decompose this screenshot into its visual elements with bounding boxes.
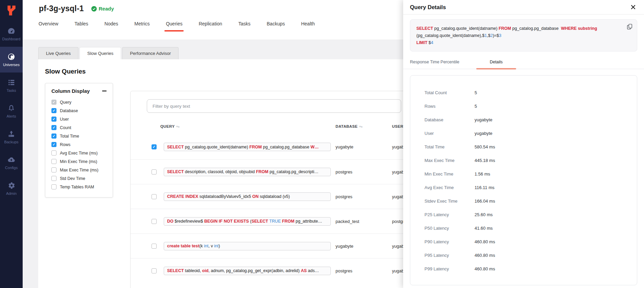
table-row[interactable]: create table test(k int, v int) yugabyte… [131, 233, 414, 258]
check-circle-icon [91, 6, 97, 12]
tab-response-time-percentile[interactable]: Response Time Percentile [410, 56, 476, 69]
tab-queries[interactable]: Queries [166, 21, 182, 32]
drawer-title: Query Details [410, 4, 446, 11]
universes-globe-icon [7, 53, 16, 61]
detail-field-avg-exec-time: Avg Exec Time 116.11 ms [424, 181, 637, 194]
column-option-temp-tables-ram[interactable]: Temp Tables RAM [51, 183, 107, 191]
tab-tasks[interactable]: Tasks [238, 21, 251, 32]
sidebar-item-alerts[interactable]: Alerts [0, 98, 23, 124]
column-option-avg-exec-time[interactable]: Avg Exec Time (ms) [51, 149, 107, 157]
slow-queries-table-card: QUERY▾▴ DATABASE▾▴ USER SELECT pg_catalo… [130, 91, 414, 288]
detail-field-total-count: Total Count 5 [424, 86, 637, 99]
column-option-min-exec-time[interactable]: Min Exec Time (ms) [51, 157, 107, 166]
query-cell[interactable]: SELECT pg_catalog.quote_ident(datname) F… [164, 143, 331, 151]
sidebar-item-label: Admin [6, 191, 17, 196]
details-card: Total Count 5 Rows 5 Database yugabyte U… [410, 75, 637, 285]
column-option-max-exec-time[interactable]: Max Exec Time (ms) [51, 166, 107, 174]
column-option-query[interactable]: Query [51, 98, 107, 106]
sidebar-item-tasks[interactable]: Tasks [0, 73, 23, 98]
dashboard-gauge-icon [7, 27, 16, 35]
yugabyte-logo[interactable] [0, 0, 23, 21]
sidebar-item-label: Configs [5, 166, 18, 170]
column-option-rows[interactable]: Rows [51, 140, 107, 149]
checkbox [51, 184, 56, 189]
database-cell: postgres [336, 194, 392, 199]
row-checkbox[interactable] [152, 219, 157, 224]
column-option-std-dev-time[interactable]: Std Dev Time [51, 174, 107, 183]
close-icon[interactable] [630, 4, 637, 11]
row-checkbox[interactable] [152, 144, 157, 149]
detail-field-p95-latency: P95 Latency 460.80 ms [424, 248, 637, 262]
table-row[interactable]: SELECT tableoid, oid, adnum, pg_catalog.… [131, 258, 414, 283]
detail-field-p99-latency: P99 Latency 460.80 ms [424, 262, 637, 275]
sidebar-item-configs[interactable]: Configs [0, 150, 23, 176]
yugabyte-logo-icon [5, 4, 18, 17]
database-cell: postgres [336, 268, 392, 273]
query-filter-input[interactable] [147, 99, 401, 113]
checkbox [51, 133, 56, 139]
copy-icon[interactable] [626, 23, 633, 32]
sql-line: LIMIT $4 [416, 39, 622, 46]
detail-field-p50-latency: P50 Latency 41.60 ms [424, 221, 637, 235]
column-option-user[interactable]: User [51, 115, 107, 123]
table-row[interactable]: DO $redefineview$ BEGIN IF NOT EXISTS (S… [131, 209, 414, 233]
tab-tables[interactable]: Tables [74, 21, 88, 32]
table-header: QUERY▾▴ DATABASE▾▴ USER [131, 120, 414, 135]
sidebar-item-label: Universes [3, 63, 20, 67]
sidebar-item-backups[interactable]: Backups [0, 124, 23, 150]
table-row[interactable]: CREATE INDEX sqldataloadByValuev5_idx5 O… [131, 184, 414, 209]
checkbox [51, 150, 56, 156]
sidebar-item-dashboard[interactable]: Dashboard [0, 21, 23, 47]
tab-health[interactable]: Health [301, 21, 315, 32]
sort-icons[interactable]: ▾▴ [359, 125, 363, 128]
tab-details[interactable]: Details [476, 56, 516, 69]
checkbox [51, 117, 56, 122]
database-cell: yugabyte [336, 144, 392, 149]
detail-field-stdev-exec-time: Stdev Exec Time 166.04 ms [424, 194, 637, 208]
tab-nodes[interactable]: Nodes [105, 21, 118, 32]
detail-field-min-exec-time: Min Exec Time 1.56 ms [424, 167, 637, 181]
row-checkbox[interactable] [152, 169, 157, 174]
sidebar-item-universes[interactable]: Universes [0, 47, 23, 73]
column-header-query[interactable]: QUERY▾▴ [160, 124, 180, 128]
tab-replication[interactable]: Replication [199, 21, 222, 32]
query-cell[interactable]: SELECT tableoid, oid, adnum, pg_catalog.… [164, 267, 331, 275]
sort-icons[interactable]: ▾▴ [176, 125, 180, 128]
subtab-live-queries[interactable]: Live Queries [38, 47, 78, 59]
backups-upload-icon [7, 130, 16, 138]
subtab-performance-advisor[interactable]: Performance Advisor [122, 47, 179, 59]
column-option-count[interactable]: Count [51, 123, 107, 132]
query-cell[interactable]: create table test(k int, v int) [164, 242, 331, 250]
checkbox [51, 167, 56, 172]
tab-metrics[interactable]: Metrics [134, 21, 150, 32]
column-header-user[interactable]: USER [392, 124, 404, 128]
column-header-database[interactable]: DATABASE▾▴ [336, 124, 363, 128]
row-checkbox[interactable] [152, 194, 157, 199]
row-checkbox[interactable] [152, 244, 157, 249]
query-cell[interactable]: SELECT description, classoid, objoid, ob… [164, 168, 331, 176]
sidebar-item-label: Backups [4, 140, 18, 144]
table-row[interactable]: SELECT description, classoid, objoid, ob… [131, 159, 414, 184]
sidebar-item-admin[interactable]: Admin [0, 176, 23, 201]
detail-field-database: Database yugabyte [424, 113, 637, 126]
configs-cloud-icon [7, 156, 16, 164]
table-row[interactable]: SELECT pg_catalog.quote_ident(datname) F… [131, 135, 414, 159]
query-cell[interactable]: DO $redefineview$ BEGIN IF NOT EXISTS (S… [164, 217, 331, 226]
detail-field-rows: Rows 5 [424, 99, 637, 113]
collapse-minus-icon[interactable] [102, 90, 107, 91]
database-cell: postgres [336, 169, 392, 174]
tab-overview[interactable]: Overview [39, 21, 58, 32]
query-cell[interactable]: CREATE INDEX sqldataloadByValuev5_idx5 O… [164, 192, 331, 201]
query-details-drawer: Query Details SELECT pg_catalog.quote_id… [403, 0, 644, 288]
column-option-total-time[interactable]: Total Time [51, 132, 107, 140]
subtab-slow-queries[interactable]: Slow Queries [79, 47, 121, 59]
column-display-card: Column Display Query Database User Count… [45, 83, 113, 198]
admin-gear-icon [7, 181, 16, 190]
column-option-database[interactable]: Database [51, 106, 107, 115]
detail-field-user: User yugabyte [424, 126, 637, 140]
universe-title: pf-3g-ysql-1 [39, 4, 84, 13]
database-cell: packed_test [336, 219, 392, 224]
row-checkbox[interactable] [152, 268, 157, 273]
checkbox [51, 108, 56, 113]
tab-backups[interactable]: Backups [267, 21, 285, 32]
